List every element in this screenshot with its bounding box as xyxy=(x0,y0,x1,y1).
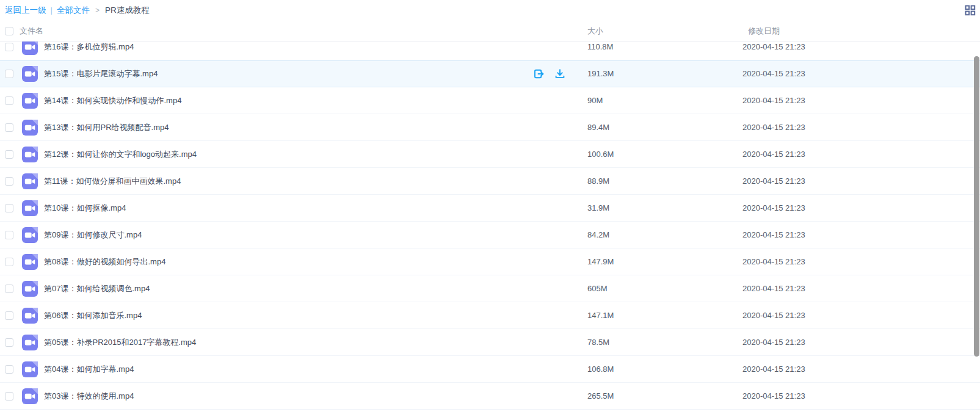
video-file-icon xyxy=(22,361,38,377)
row-checkbox[interactable] xyxy=(5,392,13,401)
table-row[interactable]: 第05课：补录PR2015和2017字幕教程.mp4 78.5M 2020-04… xyxy=(0,329,980,356)
file-size: 90M xyxy=(587,87,603,114)
file-date: 2020-04-15 21:23 xyxy=(742,275,805,302)
file-name[interactable]: 第16课：多机位剪辑.mp4 xyxy=(44,42,134,60)
file-name[interactable]: 第05课：补录PR2015和2017字幕教程.mp4 xyxy=(44,329,196,356)
video-file-icon xyxy=(22,254,38,270)
grid-view-icon[interactable] xyxy=(965,5,976,16)
file-date: 2020-04-15 21:23 xyxy=(742,329,805,356)
table-row[interactable]: 第14课：如何实现快动作和慢动作.mp4 90M 2020-04-15 21:2… xyxy=(0,87,980,114)
row-actions xyxy=(532,60,566,87)
file-name[interactable]: 第12课：如何让你的文字和logo动起来.mp4 xyxy=(44,141,197,168)
file-name[interactable]: 第04课：如何加字幕.mp4 xyxy=(44,356,134,383)
file-size: 110.8M xyxy=(587,42,613,60)
video-file-icon xyxy=(22,173,38,189)
table-row[interactable]: 第13课：如何用PR给视频配音.mp4 89.4M 2020-04-15 21:… xyxy=(0,114,980,141)
file-name[interactable]: 第15课：电影片尾滚动字幕.mp4 xyxy=(44,60,158,87)
row-checkbox[interactable] xyxy=(5,150,13,159)
file-size: 84.2M xyxy=(587,222,609,248)
video-file-icon xyxy=(22,93,38,109)
table-row[interactable]: 第08课：做好的视频如何导出.mp4 147.9M 2020-04-15 21:… xyxy=(0,248,980,275)
video-file-icon xyxy=(22,120,38,136)
column-header-size: 大小 xyxy=(587,21,603,41)
file-size: 265.5M xyxy=(587,383,614,410)
file-name[interactable]: 第06课：如何添加音乐.mp4 xyxy=(44,302,142,329)
select-all-checkbox[interactable] xyxy=(5,27,13,35)
back-to-parent-link[interactable]: 返回上一级 xyxy=(5,5,46,15)
video-file-icon xyxy=(22,388,38,404)
file-size: 106.8M xyxy=(587,356,614,383)
file-size: 147.1M xyxy=(587,302,614,329)
table-row[interactable]: 第03课：特效的使用.mp4 265.5M 2020-04-15 21:23 xyxy=(0,383,980,410)
table-row[interactable]: 第06课：如何添加音乐.mp4 147.1M 2020-04-15 21:23 xyxy=(0,302,980,329)
file-date: 2020-04-15 21:23 xyxy=(742,222,805,248)
table-row[interactable]: 第16课：多机位剪辑.mp4 110.8M 2020-04-15 21:23 xyxy=(0,42,980,60)
file-date: 2020-04-15 21:23 xyxy=(742,87,805,114)
video-file-icon xyxy=(22,66,38,82)
scrollbar-thumb[interactable] xyxy=(974,56,979,357)
file-list-viewport: 第16课：多机位剪辑.mp4 110.8M 2020-04-15 21:23 第… xyxy=(0,42,980,417)
file-name[interactable]: 第13课：如何用PR给视频配音.mp4 xyxy=(44,114,169,141)
file-size: 100.6M xyxy=(587,141,614,168)
file-date: 2020-04-15 21:23 xyxy=(742,42,805,60)
column-header-date: 修改日期 xyxy=(748,21,780,41)
share-icon[interactable] xyxy=(532,68,545,80)
file-date: 2020-04-15 21:23 xyxy=(742,248,805,275)
column-header-filename: 文件名 xyxy=(20,21,43,41)
row-checkbox[interactable] xyxy=(5,177,13,186)
row-checkbox[interactable] xyxy=(5,365,13,374)
file-name[interactable]: 第10课：如何抠像.mp4 xyxy=(44,195,126,222)
file-date: 2020-04-15 21:23 xyxy=(742,302,805,329)
breadcrumb-arrow-separator: > xyxy=(95,6,100,15)
table-row[interactable]: 第04课：如何加字幕.mp4 106.8M 2020-04-15 21:23 xyxy=(0,356,980,383)
file-date: 2020-04-15 21:23 xyxy=(742,114,805,141)
row-checkbox[interactable] xyxy=(5,43,13,51)
file-date: 2020-04-15 21:23 xyxy=(742,195,805,222)
file-size: 89.4M xyxy=(587,114,609,141)
table-row[interactable]: 第12课：如何让你的文字和logo动起来.mp4 100.6M 2020-04-… xyxy=(0,141,980,168)
row-checkbox[interactable] xyxy=(5,231,13,239)
row-checkbox[interactable] xyxy=(5,285,13,293)
video-file-icon xyxy=(22,200,38,216)
row-checkbox[interactable] xyxy=(5,338,13,347)
video-file-icon xyxy=(22,42,38,55)
table-header: 文件名 大小 修改日期 xyxy=(0,21,980,42)
file-name[interactable]: 第07课：如何给视频调色.mp4 xyxy=(44,275,150,302)
table-row[interactable]: 第11课：如何做分屏和画中画效果.mp4 88.9M 2020-04-15 21… xyxy=(0,168,980,195)
row-checkbox[interactable] xyxy=(5,123,13,132)
download-icon[interactable] xyxy=(554,68,566,80)
file-name[interactable]: 第08课：做好的视频如何导出.mp4 xyxy=(44,248,165,275)
file-size: 147.9M xyxy=(587,248,614,275)
file-date: 2020-04-15 21:23 xyxy=(742,383,805,410)
file-manager: 返回上一级|全部文件>PR速成教程 文件名 大小 修改日期 xyxy=(0,0,980,417)
file-size: 191.3M xyxy=(587,60,614,87)
table-row[interactable]: 第09课：如何修改尺寸.mp4 84.2M 2020-04-15 21:23 xyxy=(0,222,980,248)
breadcrumb: 返回上一级|全部文件>PR速成教程 xyxy=(0,0,150,21)
file-name[interactable]: 第09课：如何修改尺寸.mp4 xyxy=(44,222,142,248)
video-file-icon xyxy=(22,281,38,297)
table-row[interactable]: 第10课：如何抠像.mp4 31.9M 2020-04-15 21:23 xyxy=(0,195,980,222)
file-size: 31.9M xyxy=(587,195,609,222)
breadcrumb-all-files-link[interactable]: 全部文件 xyxy=(57,5,90,15)
video-file-icon xyxy=(22,147,38,162)
file-name[interactable]: 第03课：特效的使用.mp4 xyxy=(44,383,134,410)
file-size: 605M xyxy=(587,275,608,302)
file-size: 88.9M xyxy=(587,168,609,195)
file-size: 78.5M xyxy=(587,329,609,356)
row-checkbox[interactable] xyxy=(5,204,13,212)
file-date: 2020-04-15 21:23 xyxy=(742,141,805,168)
file-name[interactable]: 第14课：如何实现快动作和慢动作.mp4 xyxy=(44,87,181,114)
table-row[interactable]: 第15课：电影片尾滚动字幕.mp4 191.3M 2020-04-15 21:2… xyxy=(0,60,980,87)
file-name[interactable]: 第11课：如何做分屏和画中画效果.mp4 xyxy=(44,168,181,195)
table-row[interactable]: 第07课：如何给视频调色.mp4 605M 2020-04-15 21:23 xyxy=(0,275,980,302)
video-file-icon xyxy=(22,308,38,324)
row-checkbox[interactable] xyxy=(5,258,13,266)
file-date: 2020-04-15 21:23 xyxy=(742,356,805,383)
row-checkbox[interactable] xyxy=(5,96,13,105)
file-date: 2020-04-15 21:23 xyxy=(742,60,805,87)
breadcrumb-current-folder: PR速成教程 xyxy=(105,5,150,15)
video-file-icon xyxy=(22,227,38,243)
file-date: 2020-04-15 21:23 xyxy=(742,168,805,195)
row-checkbox[interactable] xyxy=(5,70,13,78)
row-checkbox[interactable] xyxy=(5,311,13,320)
